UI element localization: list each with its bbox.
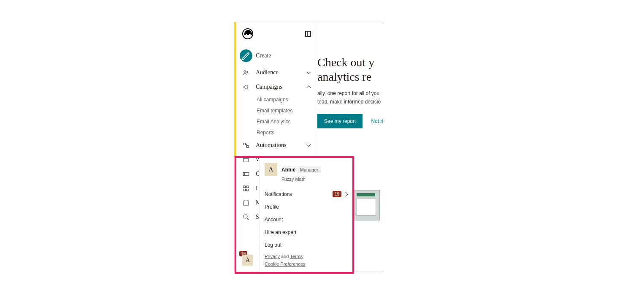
cookie-preferences-link[interactable]: Cookie Preferences bbox=[265, 261, 306, 267]
content-icon bbox=[242, 170, 250, 178]
popup-item-label: Profile bbox=[265, 204, 279, 210]
svg-rect-2 bbox=[244, 143, 246, 145]
popup-role-badge: Manager bbox=[298, 166, 321, 173]
svg-rect-8 bbox=[244, 189, 246, 191]
see-report-button[interactable]: See my report bbox=[317, 114, 363, 128]
automations-icon bbox=[242, 141, 250, 149]
page-subtext-line1: ally, one report for all of you bbox=[317, 90, 383, 97]
popup-username: Abbie bbox=[281, 167, 295, 173]
svg-point-1 bbox=[247, 71, 248, 73]
svg-rect-10 bbox=[244, 201, 249, 206]
calendar-icon bbox=[242, 199, 250, 207]
chevron-right-icon bbox=[343, 192, 348, 196]
chevron-up-icon bbox=[307, 85, 311, 89]
svg-rect-6 bbox=[244, 186, 246, 188]
popup-item-logout[interactable]: Log out bbox=[260, 239, 352, 251]
terms-link[interactable]: Terms bbox=[290, 254, 303, 259]
popup-item-label: Account bbox=[265, 217, 283, 223]
nav-label: Create bbox=[256, 52, 311, 59]
mailchimp-logo-icon[interactable] bbox=[242, 28, 253, 39]
chevron-down-icon bbox=[307, 71, 311, 75]
popup-item-label: Hire an expert bbox=[265, 229, 296, 235]
nav-campaigns[interactable]: Campaigns bbox=[236, 80, 317, 94]
popup-item-hire-expert[interactable]: Hire an expert bbox=[260, 226, 352, 239]
campaigns-submenu: All campaigns Email templates Email Anal… bbox=[236, 94, 317, 138]
subnav-reports[interactable]: Reports bbox=[257, 127, 317, 138]
svg-rect-5 bbox=[243, 172, 249, 176]
popup-item-account[interactable]: Account bbox=[260, 213, 352, 226]
nav-create[interactable]: Create bbox=[236, 46, 317, 65]
subnav-email-templates[interactable]: Email templates bbox=[257, 105, 317, 116]
account-popup: A Abbie Manager Fuzzy Math Notifications… bbox=[259, 158, 352, 272]
integrations-icon bbox=[242, 185, 250, 192]
not-now-link[interactable]: Not ri bbox=[371, 118, 383, 124]
popup-header: A Abbie Manager bbox=[260, 163, 352, 178]
page-heading-line1: Check out y bbox=[317, 55, 383, 70]
svg-point-0 bbox=[244, 71, 246, 73]
popup-avatar: A bbox=[265, 163, 277, 176]
and-text: and bbox=[280, 254, 290, 259]
website-icon bbox=[242, 156, 250, 163]
popup-org-name: Fuzzy Math bbox=[260, 177, 352, 182]
chevron-down-icon bbox=[307, 143, 311, 147]
popup-item-profile[interactable]: Profile bbox=[260, 201, 352, 213]
popup-item-label: Notifications bbox=[265, 191, 292, 197]
collapse-panel-icon[interactable] bbox=[305, 31, 311, 37]
svg-rect-3 bbox=[247, 146, 249, 148]
nav-label: Campaigns bbox=[256, 84, 301, 90]
nav-audience[interactable]: Audience bbox=[236, 65, 317, 80]
popup-footer: Privacy and Terms Cookie Preferences bbox=[260, 251, 352, 267]
svg-rect-4 bbox=[244, 158, 249, 162]
notification-count-badge: 19 bbox=[333, 191, 341, 197]
nav-automations[interactable]: Automations bbox=[236, 138, 317, 152]
svg-rect-9 bbox=[247, 189, 249, 191]
popup-item-notifications[interactable]: Notifications 19 bbox=[260, 188, 352, 201]
svg-rect-7 bbox=[247, 186, 249, 188]
subnav-all-campaigns[interactable]: All campaigns bbox=[257, 94, 317, 105]
page-subtext-line2: tead, make informed decisio bbox=[317, 98, 383, 106]
nav-label: Automations bbox=[256, 142, 301, 149]
page-heading-line2: analytics re bbox=[317, 70, 383, 84]
privacy-link[interactable]: Privacy bbox=[265, 254, 280, 259]
sidebar-avatar[interactable]: A bbox=[242, 255, 253, 266]
popup-item-label: Log out bbox=[265, 242, 281, 248]
subnav-email-analytics[interactable]: Email Analytics bbox=[257, 116, 317, 127]
svg-point-11 bbox=[244, 215, 247, 218]
pencil-icon bbox=[240, 49, 252, 62]
megaphone-icon bbox=[242, 83, 250, 91]
nav-label: Audience bbox=[256, 69, 301, 76]
audience-icon bbox=[242, 69, 250, 76]
report-thumbnail bbox=[354, 190, 380, 220]
search-icon bbox=[242, 213, 250, 221]
